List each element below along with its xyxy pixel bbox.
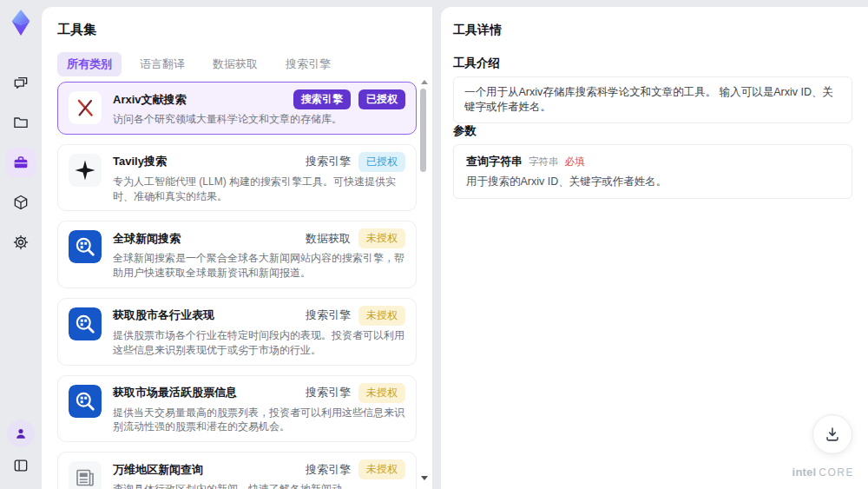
category-tab[interactable]: 数据获取 [203, 52, 267, 76]
category-tab-label: 数据获取 [213, 57, 258, 70]
user-icon[interactable] [7, 420, 35, 447]
left-icon-rail [0, 0, 42, 489]
param-description: 用于搜索的Arxiv ID、关键字或作者姓名。 [466, 175, 839, 189]
tool-card[interactable]: Tavily搜索 搜索引擎 已授权 专为人工智能代理 (LLM) 构建的搜索引擎… [57, 144, 417, 212]
tool-auth-badge: 已授权 [358, 152, 405, 172]
tool-description: 提供当天交易量最高的股票列表，投资者可以利用这些信息来识别流动性强的股票和潜在的… [113, 406, 405, 435]
tool-category-badge: 数据获取 [306, 231, 351, 247]
category-tab-label: 搜索引擎 [286, 57, 331, 70]
panel-toggle-icon[interactable] [6, 451, 36, 480]
tool-card[interactable]: 万维地区新闻查询 搜索引擎 未授权 查询具体行政区划内的新闻，快速了解各地新闻动 [57, 452, 417, 489]
tool-card[interactable]: Arxiv文献搜索 搜索引擎 已授权 访问各个研究领域大量科学论文和文章的存储库… [57, 82, 417, 135]
tavily-star-icon [69, 154, 102, 187]
param-name: 查询字符串 [466, 154, 523, 169]
tools-panel: 工具集 所有类别 语言翻译 数据获取 搜索引擎 [42, 7, 432, 489]
tool-card[interactable]: 获取市场最活跃股票信息 搜索引擎 未授权 提供当天交易量最高的股票列表，投资者可… [57, 375, 417, 443]
tool-card[interactable]: 获取股市各行业表现 搜索引擎 未授权 提供股票市场各个行业在特定时间段内的表现。… [57, 298, 417, 366]
app-logo [7, 5, 35, 40]
scrollbar-down-arrow-icon[interactable] [421, 476, 428, 480]
tool-card[interactable]: 全球新闻搜索 数据获取 未授权 全球新闻搜索是一个聚合全球各大新闻网站内容的搜索… [57, 221, 417, 288]
tool-name: 万维地区新闻查询 [113, 462, 203, 478]
param-card: 查询字符串 字符串 必填 用于搜索的Arxiv ID、关键字或作者姓名。 [453, 144, 852, 199]
cube-icon[interactable] [6, 188, 36, 217]
tool-category-badge: 搜索引擎 [306, 154, 351, 169]
tool-name: 全球新闻搜索 [113, 231, 181, 247]
tool-description: 提供股票市场各个行业在特定时间段内的表现。投资者可以利用这些信息来识别表现优于或… [113, 328, 405, 358]
category-tab-label: 所有类别 [67, 57, 112, 70]
tools-panel-title: 工具集 [57, 22, 96, 38]
tool-description: 访问各个研究领域大量科学论文和文章的存储库。 [113, 112, 405, 127]
blue-search-icon [69, 385, 102, 418]
newspaper-icon [69, 461, 102, 489]
param-required-flag: 必填 [565, 155, 585, 169]
blue-search-icon [69, 307, 102, 340]
tool-icon-wrap [69, 385, 102, 418]
tool-details-panel: 工具详情 工具介绍 一个用于从Arxiv存储库搜索科学论文和文章的工具。 输入可… [441, 7, 868, 489]
tool-description: 全球新闻搜索是一个聚合全球各大新闻网站内容的搜索引擎，帮助用户快速获取全球最新资… [113, 251, 405, 281]
tool-auth-badge: 未授权 [358, 306, 405, 326]
tool-auth-badge: 未授权 [358, 459, 405, 479]
tool-card-list: Arxiv文献搜索 搜索引擎 已授权 访问各个研究领域大量科学论文和文章的存储库… [57, 82, 417, 489]
tool-icon-wrap [69, 307, 102, 340]
intro-text-box: 一个用于从Arxiv存储库搜索科学论文和文章的工具。 输入可以是Arxiv ID… [453, 76, 852, 123]
tool-description: 查询具体行政区划内的新闻，快速了解各地新闻动 [113, 482, 405, 489]
blue-search-icon [69, 230, 102, 263]
category-tabs: 所有类别 语言翻译 数据获取 搜索引擎 [57, 52, 340, 76]
tool-category-badge: 搜索引擎 [306, 307, 351, 323]
tool-category-badge: 搜索引擎 [306, 385, 351, 400]
arxiv-icon [69, 91, 102, 124]
tool-icon-wrap [69, 91, 102, 124]
tool-name: Tavily搜索 [113, 154, 167, 169]
tool-auth-badge: 未授权 [358, 228, 405, 248]
tools-scrollbar[interactable] [419, 78, 428, 482]
tool-description: 专为人工智能代理 (LLM) 构建的搜索引擎工具。可快速提供实时、准确和真实的结… [113, 175, 405, 204]
download-button[interactable] [812, 414, 852, 454]
intro-heading: 工具介绍 [453, 56, 500, 71]
scrollbar-up-arrow-icon[interactable] [421, 80, 428, 84]
tool-auth-badge: 未授权 [358, 383, 405, 403]
tool-category-badge: 搜索引擎 [306, 462, 351, 478]
brand-intel-text: intel [792, 466, 817, 479]
params-heading: 参数 [453, 123, 477, 139]
param-type: 字符串 [529, 155, 559, 169]
intel-core-logo: intel CORE [792, 466, 854, 479]
tool-icon-wrap [69, 230, 102, 263]
tool-icon-wrap [69, 461, 102, 489]
tool-name: 获取市场最活跃股票信息 [113, 385, 237, 400]
category-tab[interactable]: 语言翻译 [130, 52, 194, 76]
tool-name: 获取股市各行业表现 [113, 307, 214, 323]
toolbox-icon-active[interactable] [6, 148, 36, 177]
folder-icon[interactable] [6, 108, 36, 137]
details-panel-title: 工具详情 [453, 23, 502, 38]
tool-name: Arxiv文献搜索 [113, 92, 187, 108]
download-icon [823, 425, 842, 444]
brand-core-text: CORE [819, 466, 854, 479]
tool-category-badge: 搜索引擎 [293, 89, 351, 109]
chat-icon[interactable] [6, 68, 36, 97]
settings-gear-icon[interactable] [6, 228, 36, 257]
tool-auth-badge: 已授权 [358, 89, 405, 109]
tool-icon-wrap [69, 154, 102, 187]
category-tab[interactable]: 搜索引擎 [276, 52, 340, 76]
category-tab-label: 语言翻译 [140, 57, 185, 70]
category-tab[interactable]: 所有类别 [57, 52, 122, 76]
scrollbar-thumb[interactable] [420, 89, 426, 172]
